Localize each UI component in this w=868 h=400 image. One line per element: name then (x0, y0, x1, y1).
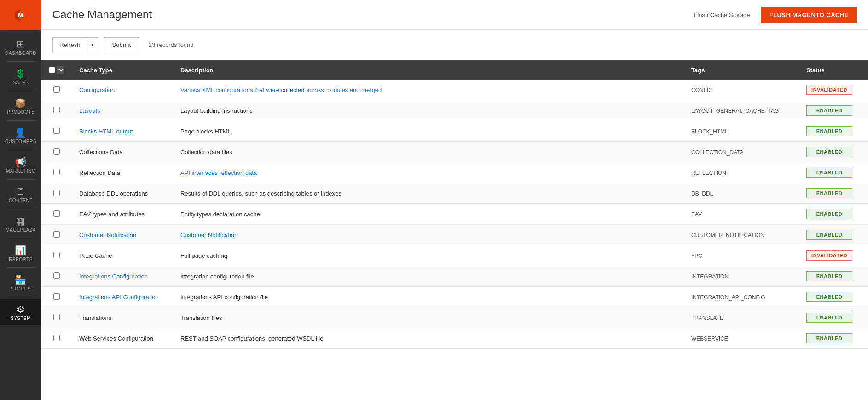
sidebar-item-stores[interactable]: 🏪 STORES (0, 270, 41, 295)
flush-magento-cache-button[interactable]: Flush Magento Cache (761, 7, 857, 23)
status-badge-customer-notification: ENABLED (806, 230, 852, 240)
status-badge-layouts: ENABLED (806, 105, 852, 116)
cache-tags-eav-types: EAV (684, 204, 799, 225)
status-column-header: Status (799, 60, 868, 80)
table-row: Integrations ConfigurationIntegration co… (41, 266, 868, 287)
status-badge-integrations-api: ENABLED (806, 292, 852, 302)
cache-desc-integrations-config: Integration configuration file (173, 266, 684, 287)
row-checkbox-customer-notification[interactable] (53, 231, 60, 238)
row-checkbox-integrations-api[interactable] (53, 293, 60, 300)
cache-desc-web-services: REST and SOAP configurations, generated … (173, 328, 684, 349)
cache-type-link-customer-notification[interactable]: Customer Notification (79, 232, 136, 238)
status-badge-translations: ENABLED (806, 313, 852, 323)
sidebar-item-system[interactable]: ⚙ SYSTEM (0, 299, 41, 325)
cache-status-translations: ENABLED (799, 307, 868, 328)
cache-status-customer-notification: ENABLED (799, 225, 868, 245)
table-row: EAV types and attributesEntity types dec… (41, 204, 868, 225)
page-header: Cache Management Flush Cache Storage Flu… (41, 0, 868, 30)
row-checkbox-integrations-config[interactable] (53, 272, 60, 279)
tags-column-header: Tags (684, 60, 799, 80)
cache-status-collections-data: ENABLED (799, 142, 868, 162)
stores-icon: 🏪 (15, 275, 27, 284)
sidebar-item-sales[interactable]: 💲 SALES (0, 64, 41, 89)
row-checkbox-eav-types[interactable] (53, 210, 60, 217)
cache-status-reflection-data: ENABLED (799, 162, 868, 183)
table-row: Blocks HTML outputPage blocks HTMLBLOCK_… (41, 121, 868, 142)
sidebar-item-marketing[interactable]: 📢 MARKETING (0, 152, 41, 177)
sidebar-item-mageplaza-label: MAGEPLAZA (6, 227, 36, 232)
sidebar-item-content[interactable]: 🗒 CONTENT (0, 181, 41, 207)
cache-type-link-integrations-api[interactable]: Integrations API Configuration (79, 294, 159, 301)
sidebar-item-dashboard[interactable]: ⊞ DASHBOARD (0, 34, 41, 59)
refresh-button[interactable]: Refresh (52, 37, 87, 52)
cache-status-web-services: ENABLED (799, 328, 868, 349)
cache-desc-integrations-api: Integrations API configuration file (173, 287, 684, 307)
status-badge-web-services: ENABLED (806, 333, 852, 343)
page-title: Cache Management (52, 8, 152, 21)
sidebar-item-products-label: PRODUCTS (7, 110, 35, 115)
description-column-header: Description (173, 60, 684, 80)
flush-cache-storage-button[interactable]: Flush Cache Storage (688, 8, 755, 22)
row-checkbox-configuration[interactable] (53, 86, 60, 93)
cache-desc-blocks-html: Page blocks HTML (173, 121, 684, 142)
row-checkbox-layouts[interactable] (53, 107, 60, 113)
table-row: Page CacheFull page cachingFPCINVALIDATE… (41, 245, 868, 266)
sidebar-item-products[interactable]: 📦 PRODUCTS (0, 93, 41, 118)
cache-type-link-integrations-config[interactable]: Integrations Configuration (79, 273, 148, 280)
sidebar-item-customers-label: CUSTOMERS (5, 139, 36, 144)
cache-tags-integrations-config: INTEGRATION (684, 266, 799, 287)
cache-desc-link-customer-notification[interactable]: Customer Notification (180, 232, 237, 238)
sidebar-divider-9 (7, 267, 35, 268)
customers-icon: 👤 (15, 128, 27, 137)
select-all-dropdown[interactable]: ▾ (57, 66, 64, 74)
cache-desc-link-configuration[interactable]: Various XML configurations that were col… (180, 87, 382, 93)
cache-desc-link-reflection-data[interactable]: API interfaces reflection data (180, 169, 257, 176)
sidebar-item-customers[interactable]: 👤 CUSTOMERS (0, 122, 41, 148)
row-checkbox-blocks-html[interactable] (53, 128, 60, 134)
row-checkbox-translations[interactable] (53, 314, 60, 320)
svg-text:M: M (18, 12, 23, 19)
table-row: Integrations API ConfigurationIntegratio… (41, 287, 868, 307)
sidebar-divider-6 (7, 179, 35, 180)
cache-tags-configuration: CONFIG (684, 80, 799, 100)
select-all-checkbox[interactable] (49, 67, 55, 73)
table-row: Database DDL operationsResults of DDL qu… (41, 183, 868, 204)
sidebar-item-sales-label: SALES (13, 80, 29, 85)
sales-icon: 💲 (15, 69, 27, 78)
cache-table: ▾ Cache Type Description Tags Status Con… (41, 60, 868, 349)
table-row: Web Services ConfigurationREST and SOAP … (41, 328, 868, 349)
cache-type-eav-types: EAV types and attributes (72, 204, 173, 225)
status-badge-reflection-data: ENABLED (806, 168, 852, 178)
cache-tags-translations: TRANSLATE (684, 307, 799, 328)
sidebar-item-content-label: CONTENT (9, 198, 33, 203)
table-row: Collections DataCollection data filesCOL… (41, 142, 868, 162)
sidebar-divider-5 (7, 150, 35, 150)
sidebar-item-reports[interactable]: 📊 REPORTS (0, 240, 41, 266)
cache-type-link-layouts[interactable]: Layouts (79, 107, 100, 114)
sidebar-divider-4 (7, 120, 35, 121)
sidebar-item-mageplaza[interactable]: ▦ MAGEPLAZA (0, 211, 41, 236)
table-body: ConfigurationVarious XML configurations … (41, 80, 868, 349)
refresh-dropdown-button[interactable]: ▾ (87, 37, 98, 52)
row-checkbox-database-ddl[interactable] (53, 190, 60, 196)
row-checkbox-collections-data[interactable] (53, 148, 60, 155)
status-badge-eav-types: ENABLED (806, 209, 852, 219)
cache-type-link-configuration[interactable]: Configuration (79, 87, 115, 93)
cache-type-column-header: Cache Type (72, 60, 173, 80)
header-actions: Flush Cache Storage Flush Magento Cache (688, 7, 857, 23)
sidebar-divider-7 (7, 209, 35, 209)
row-checkbox-page-cache[interactable] (53, 252, 60, 258)
cache-table-container: ▾ Cache Type Description Tags Status Con… (41, 60, 868, 400)
sidebar: M ⊞ DASHBOARD 💲 SALES 📦 PRODUCTS 👤 CUSTO… (0, 0, 41, 400)
row-checkbox-reflection-data[interactable] (53, 169, 60, 175)
table-row: ConfigurationVarious XML configurations … (41, 80, 868, 100)
cache-type-web-services: Web Services Configuration (72, 328, 173, 349)
cache-desc-eav-types: Entity types declaration cache (173, 204, 684, 225)
sidebar-divider (7, 32, 35, 32)
submit-button[interactable]: Submit (104, 37, 139, 52)
table-row: Reflection DataAPI interfaces reflection… (41, 162, 868, 183)
row-checkbox-web-services[interactable] (53, 335, 60, 341)
cache-type-link-blocks-html[interactable]: Blocks HTML output (79, 128, 133, 135)
status-badge-database-ddl: ENABLED (806, 188, 852, 198)
cache-type-translations: Translations (72, 307, 173, 328)
